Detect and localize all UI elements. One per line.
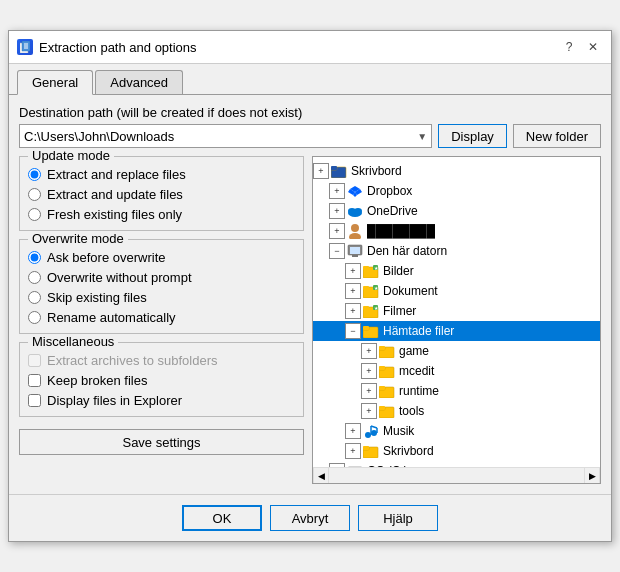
destination-input-row: C:\Users\John\Downloads ▼ Display New fo… [19,124,601,148]
main-area: Update mode Extract and replace files Ex… [19,156,601,484]
hscroll-right-button[interactable]: ▶ [584,468,600,484]
left-panel: Update mode Extract and replace files Ex… [19,156,304,484]
radio-rename-auto[interactable]: Rename automatically [28,310,295,325]
tree-expand-icon[interactable]: + [329,223,345,239]
file-tree[interactable]: + Skrivbord+ Dropbox+ OneDrive+ ████████… [313,157,600,467]
svg-point-16 [349,233,361,239]
update-mode-label: Update mode [28,148,114,163]
save-settings-button[interactable]: Save settings [19,429,304,455]
destination-path-input[interactable]: C:\Users\John\Downloads ▼ [19,124,432,148]
tree-expand-icon[interactable]: + [329,203,345,219]
svg-point-14 [354,208,362,214]
tree-expand-icon[interactable]: + [345,263,361,279]
folder_special-icon: ★ [363,284,379,298]
close-button[interactable]: ✕ [583,37,603,57]
tree-expand-icon[interactable]: + [345,283,361,299]
file-tree-panel: + Skrivbord+ Dropbox+ OneDrive+ ████████… [312,156,601,484]
tree-node-label: Bilder [381,264,414,278]
svg-rect-19 [352,255,358,257]
check-keep-broken[interactable]: Keep broken files [28,373,295,388]
radio-fresh-existing[interactable]: Fresh existing files only [28,207,295,222]
radio-extract-update-input[interactable] [28,188,41,201]
tree-expand-icon[interactable]: + [329,183,345,199]
tree-node-skrivbord_sub[interactable]: + Skrivbord [313,441,600,461]
tree-node-dokument[interactable]: + ★ Dokument [313,281,600,301]
check-extract-subfolders-label: Extract archives to subfolders [47,353,218,368]
tree-expand-icon[interactable]: + [361,343,377,359]
tree-node-user_blur[interactable]: + ████████ [313,221,600,241]
miscellaneous-label: Miscellaneous [28,334,118,349]
radio-rename-auto-label: Rename automatically [47,310,176,325]
destination-section: Destination path (will be created if doe… [19,105,601,148]
tree-node-bilder[interactable]: + ★ Bilder [313,261,600,281]
tree-node-musik[interactable]: + Musik [313,421,600,441]
destination-label: Destination path (will be created if doe… [19,105,601,120]
folder_special-icon: ★ [363,304,379,318]
tree-node-label: OneDrive [365,204,418,218]
display-button[interactable]: Display [438,124,507,148]
folder-icon [379,384,395,398]
check-keep-broken-input[interactable] [28,374,41,387]
tab-bar: General Advanced [9,64,611,95]
folder-icon [379,404,395,418]
update-mode-options: Extract and replace files Extract and up… [28,167,295,222]
tree-expand-icon[interactable]: − [345,323,361,339]
tree-expand-icon[interactable]: + [361,383,377,399]
tree-node-dropbox[interactable]: + Dropbox [313,181,600,201]
tree-expand-icon[interactable]: + [345,423,361,439]
tree-expand-icon[interactable]: + [345,303,361,319]
radio-skip-existing-label: Skip existing files [47,290,147,305]
tree-node-label: tools [397,404,424,418]
radio-rename-auto-input[interactable] [28,311,41,324]
tree-node-label: Dropbox [365,184,412,198]
tree-horizontal-scrollbar[interactable]: ◀ ▶ [313,467,600,483]
radio-overwrite-no-prompt[interactable]: Overwrite without prompt [28,270,295,285]
check-display-explorer[interactable]: Display files in Explorer [28,393,295,408]
tree-node-den_har_datorn[interactable]: − Den här datorn [313,241,600,261]
radio-overwrite-no-prompt-input[interactable] [28,271,41,284]
tree-node-label: runtime [397,384,439,398]
tree-expand-icon[interactable]: + [345,443,361,459]
tree-expand-icon[interactable]: + [361,403,377,419]
radio-ask-before-label: Ask before overwrite [47,250,166,265]
radio-extract-replace-input[interactable] [28,168,41,181]
tree-node-mcedit[interactable]: + mcedit [313,361,600,381]
tree-node-tools[interactable]: + tools [313,401,600,421]
new-folder-button[interactable]: New folder [513,124,601,148]
help-button[interactable]: ? [559,37,579,57]
radio-fresh-existing-input[interactable] [28,208,41,221]
svg-rect-34 [363,326,369,330]
svg-rect-29 [363,306,369,310]
hscroll-left-button[interactable]: ◀ [313,468,329,484]
tree-expand-icon[interactable]: − [329,243,345,259]
tree-node-label: Hämtade filer [381,324,454,338]
radio-extract-replace[interactable]: Extract and replace files [28,167,295,182]
radio-skip-existing[interactable]: Skip existing files [28,290,295,305]
radio-skip-existing-input[interactable] [28,291,41,304]
tree-expand-icon[interactable]: + [313,163,329,179]
tree-node-runtime[interactable]: + runtime [313,381,600,401]
radio-overwrite-no-prompt-label: Overwrite without prompt [47,270,192,285]
help-footer-button[interactable]: Hjälp [358,505,438,531]
tab-advanced[interactable]: Advanced [95,70,183,94]
check-display-explorer-label: Display files in Explorer [47,393,182,408]
cancel-button[interactable]: Avbryt [270,505,350,531]
tree-node-game[interactable]: + game [313,341,600,361]
folder-icon [331,164,347,178]
miscellaneous-group: Miscellaneous Extract archives to subfol… [19,342,304,417]
svg-rect-54 [363,446,369,450]
check-display-explorer-input[interactable] [28,394,41,407]
tree-node-onedrive[interactable]: + OneDrive [313,201,600,221]
onedrive-icon [347,205,363,217]
radio-ask-before-input[interactable] [28,251,41,264]
tree-expand-icon[interactable]: + [361,363,377,379]
tree-node-hamtade_filer[interactable]: − Hämtade filer [313,321,600,341]
folder-icon [363,324,379,338]
ok-button[interactable]: OK [182,505,262,531]
tree-node-skrivbord_top[interactable]: + Skrivbord [313,161,600,181]
radio-ask-before[interactable]: Ask before overwrite [28,250,295,265]
tab-general[interactable]: General [17,70,93,95]
tree-node-filmer[interactable]: + ★ Filmer [313,301,600,321]
svg-point-15 [351,224,359,232]
radio-extract-update[interactable]: Extract and update files [28,187,295,202]
